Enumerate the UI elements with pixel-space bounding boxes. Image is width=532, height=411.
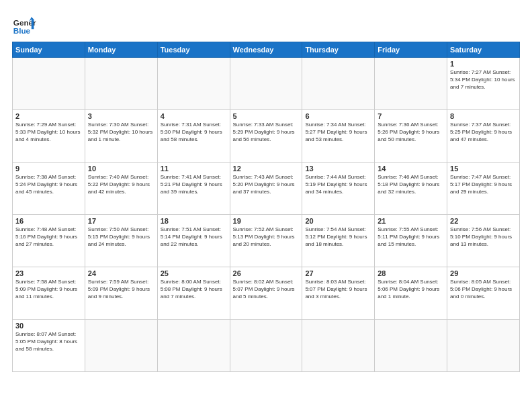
calendar-cell	[230, 58, 302, 110]
calendar-cell	[375, 320, 447, 372]
calendar-cell: 27Sunrise: 8:03 AM Sunset: 5:07 PM Dayli…	[302, 267, 375, 320]
calendar-week-2: 9Sunrise: 7:38 AM Sunset: 5:24 PM Daylig…	[13, 163, 520, 215]
col-header-friday: Friday	[375, 42, 447, 58]
day-number: 4	[161, 112, 227, 120]
day-number: 16	[15, 217, 82, 225]
calendar-cell: 26Sunrise: 8:02 AM Sunset: 5:07 PM Dayli…	[230, 267, 302, 320]
calendar-cell	[302, 58, 375, 110]
day-number: 22	[450, 217, 517, 225]
day-info: Sunrise: 7:29 AM Sunset: 5:33 PM Dayligh…	[15, 122, 82, 143]
calendar-cell	[85, 58, 157, 110]
day-info: Sunrise: 7:38 AM Sunset: 5:24 PM Dayligh…	[15, 174, 82, 195]
day-number: 2	[15, 112, 82, 120]
calendar-cell	[447, 320, 520, 372]
calendar-cell: 12Sunrise: 7:43 AM Sunset: 5:20 PM Dayli…	[230, 163, 302, 215]
calendar-cell: 21Sunrise: 7:55 AM Sunset: 5:11 PM Dayli…	[375, 215, 447, 267]
calendar-cell: 7Sunrise: 7:36 AM Sunset: 5:26 PM Daylig…	[375, 110, 447, 163]
day-info: Sunrise: 8:02 AM Sunset: 5:07 PM Dayligh…	[233, 279, 300, 300]
day-info: Sunrise: 7:40 AM Sunset: 5:22 PM Dayligh…	[88, 174, 154, 195]
calendar-cell: 2Sunrise: 7:29 AM Sunset: 5:33 PM Daylig…	[13, 110, 85, 163]
svg-text:Blue: Blue	[13, 26, 31, 35]
day-number: 6	[305, 112, 371, 120]
calendar-cell: 23Sunrise: 7:58 AM Sunset: 5:09 PM Dayli…	[13, 267, 85, 320]
day-number: 5	[233, 112, 300, 120]
page: General Blue SundayMondayTuesdayWednesda…	[0, 0, 532, 411]
calendar-cell: 13Sunrise: 7:44 AM Sunset: 5:19 PM Dayli…	[302, 163, 375, 215]
day-number: 12	[233, 165, 300, 173]
day-number: 9	[15, 165, 82, 173]
calendar-cell: 24Sunrise: 7:59 AM Sunset: 5:09 PM Dayli…	[85, 267, 157, 320]
day-info: Sunrise: 7:50 AM Sunset: 5:15 PM Dayligh…	[88, 226, 154, 248]
day-info: Sunrise: 8:04 AM Sunset: 5:06 PM Dayligh…	[378, 279, 444, 300]
day-info: Sunrise: 7:34 AM Sunset: 5:27 PM Dayligh…	[305, 122, 371, 143]
day-number: 18	[161, 217, 227, 225]
day-info: Sunrise: 7:46 AM Sunset: 5:18 PM Dayligh…	[378, 174, 444, 195]
calendar-week-0: 1Sunrise: 7:27 AM Sunset: 5:34 PM Daylig…	[13, 58, 520, 110]
day-number: 25	[161, 269, 227, 277]
calendar-week-4: 23Sunrise: 7:58 AM Sunset: 5:09 PM Dayli…	[13, 267, 520, 320]
day-number: 11	[161, 165, 227, 173]
calendar-cell: 8Sunrise: 7:37 AM Sunset: 5:25 PM Daylig…	[447, 110, 520, 163]
calendar-cell: 4Sunrise: 7:31 AM Sunset: 5:30 PM Daylig…	[157, 110, 230, 163]
day-number: 8	[450, 112, 517, 120]
calendar-cell: 16Sunrise: 7:48 AM Sunset: 5:16 PM Dayli…	[13, 215, 85, 267]
day-number: 26	[233, 269, 300, 277]
col-header-tuesday: Tuesday	[157, 42, 230, 58]
calendar-cell	[302, 320, 375, 372]
day-info: Sunrise: 7:31 AM Sunset: 5:30 PM Dayligh…	[161, 122, 227, 143]
day-info: Sunrise: 8:00 AM Sunset: 5:08 PM Dayligh…	[161, 279, 227, 300]
calendar-cell: 5Sunrise: 7:33 AM Sunset: 5:29 PM Daylig…	[230, 110, 302, 163]
day-info: Sunrise: 7:55 AM Sunset: 5:11 PM Dayligh…	[378, 226, 444, 248]
day-info: Sunrise: 7:56 AM Sunset: 5:10 PM Dayligh…	[450, 226, 517, 248]
calendar-cell	[230, 320, 302, 372]
header: General Blue	[12, 12, 520, 36]
day-number: 30	[15, 322, 82, 330]
day-info: Sunrise: 7:47 AM Sunset: 5:17 PM Dayligh…	[450, 174, 517, 195]
day-info: Sunrise: 7:58 AM Sunset: 5:09 PM Dayligh…	[15, 279, 82, 300]
col-header-wednesday: Wednesday	[230, 42, 302, 58]
day-info: Sunrise: 7:30 AM Sunset: 5:32 PM Dayligh…	[88, 122, 154, 143]
calendar-cell: 11Sunrise: 7:41 AM Sunset: 5:21 PM Dayli…	[157, 163, 230, 215]
day-number: 7	[378, 112, 444, 120]
calendar-cell: 30Sunrise: 8:07 AM Sunset: 5:05 PM Dayli…	[13, 320, 85, 372]
calendar-week-1: 2Sunrise: 7:29 AM Sunset: 5:33 PM Daylig…	[13, 110, 520, 163]
day-info: Sunrise: 7:44 AM Sunset: 5:19 PM Dayligh…	[305, 174, 371, 195]
calendar-cell	[157, 58, 230, 110]
calendar-cell	[375, 58, 447, 110]
logo: General Blue	[12, 12, 36, 36]
day-info: Sunrise: 8:03 AM Sunset: 5:07 PM Dayligh…	[305, 279, 371, 300]
day-number: 21	[378, 217, 444, 225]
day-info: Sunrise: 7:43 AM Sunset: 5:20 PM Dayligh…	[233, 174, 300, 195]
calendar-cell: 10Sunrise: 7:40 AM Sunset: 5:22 PM Dayli…	[85, 163, 157, 215]
day-number: 3	[88, 112, 154, 120]
day-info: Sunrise: 7:37 AM Sunset: 5:25 PM Dayligh…	[450, 122, 517, 143]
day-info: Sunrise: 8:05 AM Sunset: 5:06 PM Dayligh…	[450, 279, 517, 300]
calendar: SundayMondayTuesdayWednesdayThursdayFrid…	[12, 42, 520, 372]
calendar-cell: 6Sunrise: 7:34 AM Sunset: 5:27 PM Daylig…	[302, 110, 375, 163]
day-info: Sunrise: 7:51 AM Sunset: 5:14 PM Dayligh…	[161, 226, 227, 248]
day-number: 14	[378, 165, 444, 173]
calendar-cell: 22Sunrise: 7:56 AM Sunset: 5:10 PM Dayli…	[447, 215, 520, 267]
calendar-cell: 15Sunrise: 7:47 AM Sunset: 5:17 PM Dayli…	[447, 163, 520, 215]
calendar-cell	[13, 58, 85, 110]
day-info: Sunrise: 7:27 AM Sunset: 5:34 PM Dayligh…	[450, 69, 517, 91]
logo-icon: General Blue	[12, 12, 36, 36]
calendar-header-row: SundayMondayTuesdayWednesdayThursdayFrid…	[13, 42, 520, 58]
day-number: 27	[305, 269, 371, 277]
calendar-cell: 9Sunrise: 7:38 AM Sunset: 5:24 PM Daylig…	[13, 163, 85, 215]
calendar-cell: 19Sunrise: 7:52 AM Sunset: 5:13 PM Dayli…	[230, 215, 302, 267]
day-info: Sunrise: 7:48 AM Sunset: 5:16 PM Dayligh…	[15, 226, 82, 248]
day-info: Sunrise: 7:33 AM Sunset: 5:29 PM Dayligh…	[233, 122, 300, 143]
day-number: 23	[15, 269, 82, 277]
day-number: 29	[450, 269, 517, 277]
calendar-cell: 14Sunrise: 7:46 AM Sunset: 5:18 PM Dayli…	[375, 163, 447, 215]
day-number: 15	[450, 165, 517, 173]
calendar-week-5: 30Sunrise: 8:07 AM Sunset: 5:05 PM Dayli…	[13, 320, 520, 372]
day-number: 13	[305, 165, 371, 173]
calendar-cell: 25Sunrise: 8:00 AM Sunset: 5:08 PM Dayli…	[157, 267, 230, 320]
calendar-week-3: 16Sunrise: 7:48 AM Sunset: 5:16 PM Dayli…	[13, 215, 520, 267]
day-number: 19	[233, 217, 300, 225]
day-info: Sunrise: 7:59 AM Sunset: 5:09 PM Dayligh…	[88, 279, 154, 300]
day-number: 24	[88, 269, 154, 277]
day-number: 28	[378, 269, 444, 277]
